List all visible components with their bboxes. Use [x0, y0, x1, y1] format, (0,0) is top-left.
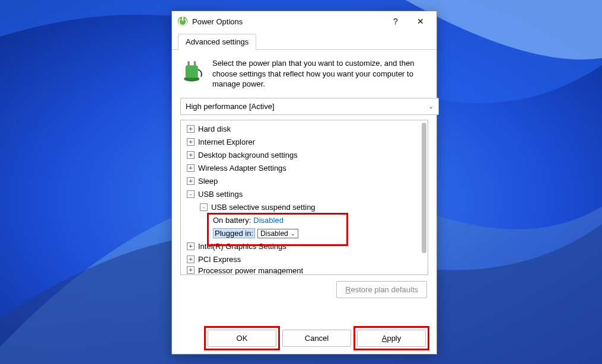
svg-rect-6	[194, 61, 196, 66]
window-title: Power Options	[192, 17, 383, 26]
expand-icon[interactable]: +	[187, 256, 195, 263]
on-battery-value[interactable]: Disabled	[253, 216, 284, 225]
tree-item-desktop-background[interactable]: + Desktop background settings	[183, 149, 428, 162]
power-options-icon	[177, 15, 189, 27]
power-hero-icon	[180, 58, 205, 83]
svg-rect-5	[187, 61, 190, 66]
plugged-in-value-dropdown[interactable]: Disabled ⌄	[257, 229, 298, 238]
tree-item-intel-graphics[interactable]: + Intel(R) Graphics Settings	[183, 240, 428, 253]
plugged-in-label: Plugged in:	[213, 228, 255, 238]
expand-icon[interactable]: +	[187, 151, 195, 159]
desktop-background: Power Options ? ✕ Advanced settings Sele	[0, 0, 602, 364]
restore-defaults-button[interactable]: Restore plan defaults	[336, 281, 427, 298]
expand-icon[interactable]: +	[187, 138, 195, 146]
help-button[interactable]: ?	[383, 12, 408, 30]
expand-icon[interactable]: +	[187, 266, 195, 274]
ok-button[interactable]: OK	[208, 330, 276, 347]
expand-icon[interactable]: +	[187, 125, 195, 133]
expand-icon[interactable]: +	[187, 242, 195, 250]
tree-item-wireless-adapter[interactable]: + Wireless Adapter Settings	[183, 162, 428, 175]
tree-item-pci-express[interactable]: + PCI Express	[183, 253, 428, 266]
tab-page: Select the power plan that you want to c…	[172, 50, 437, 303]
expand-icon[interactable]: +	[187, 177, 195, 185]
tree-item-hard-disk[interactable]: + Hard disk	[183, 123, 428, 136]
tree-item-on-battery[interactable]: On battery: Disabled	[183, 214, 428, 227]
close-button[interactable]: ✕	[408, 12, 433, 30]
chevron-down-icon: ⌄	[428, 103, 434, 110]
intro-text: Select the power plan that you want to c…	[212, 58, 428, 90]
collapse-icon[interactable]: -	[187, 190, 195, 198]
settings-tree: + Hard disk + Internet Explorer + Deskto…	[180, 120, 428, 275]
power-plan-value: High performance [Active]	[186, 102, 275, 111]
power-options-dialog: Power Options ? ✕ Advanced settings Sele	[171, 11, 437, 355]
tree-item-usb-settings[interactable]: - USB settings	[183, 188, 428, 201]
tree-item-usb-selective-suspend[interactable]: - USB selective suspend setting	[183, 201, 428, 214]
tree-item-sleep[interactable]: + Sleep	[183, 175, 428, 188]
svg-rect-2	[182, 17, 184, 21]
apply-button[interactable]: Apply	[357, 330, 426, 347]
dialog-button-row: OK Cancel Apply	[208, 330, 426, 347]
tab-strip: Advanced settings	[172, 31, 437, 50]
tree-item-plugged-in[interactable]: Plugged in: Disabled ⌄	[183, 227, 428, 240]
collapse-icon[interactable]: -	[200, 203, 208, 211]
tree-item-internet-explorer[interactable]: + Internet Explorer	[183, 136, 428, 149]
tree-item-processor-power[interactable]: + Processor power management	[183, 266, 428, 274]
expand-icon[interactable]: +	[187, 164, 195, 172]
tab-advanced-settings[interactable]: Advanced settings	[178, 34, 256, 50]
power-plan-select[interactable]: High performance [Active] ⌄	[180, 98, 439, 115]
tree-scrollbar[interactable]	[422, 123, 426, 253]
cancel-button[interactable]: Cancel	[282, 330, 351, 347]
intro-section: Select the power plan that you want to c…	[180, 58, 428, 90]
titlebar: Power Options ? ✕	[172, 11, 437, 31]
svg-rect-4	[186, 65, 198, 78]
chevron-down-icon: ⌄	[291, 231, 295, 237]
